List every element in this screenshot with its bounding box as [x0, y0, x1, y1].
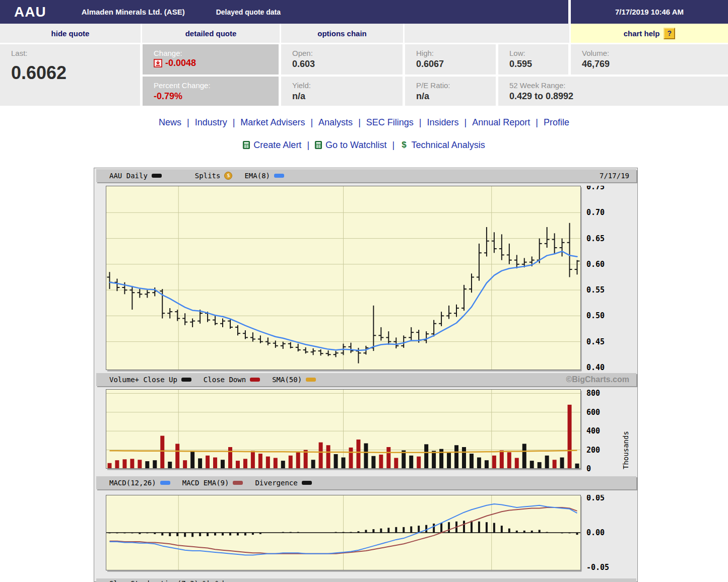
watchlist-grid-icon [315, 141, 322, 149]
svg-text:800: 800 [586, 389, 600, 398]
divergence-label: Divergence [255, 479, 297, 487]
volume-chart: 8006004002000 [106, 389, 630, 474]
last-value: 0.6062 [0, 57, 140, 84]
macd-legend: MACD(12,26) MACD EMA(9) Divergence [96, 476, 636, 489]
change-value: -0.0048 [165, 58, 196, 68]
company-name: Almaden Minerals Ltd. (ASE) [82, 8, 185, 16]
svg-text:0.55: 0.55 [586, 285, 605, 295]
technical-analysis-link[interactable]: $ Technical Analysis [400, 140, 485, 151]
svg-text:0: 0 [586, 464, 591, 473]
go-to-watchlist-link[interactable]: Go to Watchlist [315, 140, 386, 151]
quote-cell-change: Change: -0.0048 [143, 44, 279, 75]
chart-date: 7/17/19 [600, 172, 629, 180]
high-label: High: [405, 44, 496, 57]
pe-label: P/E Ratio: [405, 77, 496, 90]
ema-swatch-icon [274, 174, 284, 178]
alert-grid-icon [243, 141, 250, 149]
close-down-swatch-icon [250, 378, 260, 382]
ticker-symbol: AAU [14, 4, 46, 20]
nav-link-analysts[interactable]: Analysts [318, 117, 353, 128]
quote-cell-volume: Volume: 46,769 [571, 44, 728, 75]
high-value: 0.6067 [405, 57, 496, 69]
tab-options-chain[interactable]: options chain [281, 24, 403, 43]
pe-value: n/a [405, 90, 496, 102]
svg-text:0.00: 0.00 [586, 528, 605, 537]
macd-swatch-icon [160, 481, 170, 485]
create-alert-link[interactable]: Create Alert [243, 140, 301, 151]
open-value: 0.603 [281, 57, 403, 69]
volume-legend: Volume+ Close Up Close Down SMA(50) ©Big… [96, 373, 636, 386]
svg-text:0.65: 0.65 [586, 234, 605, 243]
svg-text:0.75: 0.75 [586, 186, 605, 191]
delayed-quote-note: Delayed quote data [216, 8, 281, 16]
macd-ema-label: MACD EMA(9) [182, 479, 229, 487]
macd-label: MACD(12,26) [109, 479, 156, 487]
datetime-bar: 7/17/2019 10:46 AM [571, 0, 728, 24]
yield-value: n/a [281, 90, 403, 102]
nav-link-news[interactable]: News [159, 117, 181, 128]
tab-chart-help[interactable]: chart help ? [571, 24, 728, 43]
nav-links-row: News| Industry| Market Advisers| Analyst… [0, 114, 728, 130]
quote-cell-low: Low: 0.595 [498, 44, 568, 75]
chart-block: AAU Daily Splits S EMA(8) 7/17/19 0.750.… [94, 168, 638, 582]
tab-spacer [405, 24, 569, 43]
quote-cell-pe: P/E Ratio: n/a [405, 77, 496, 106]
pct-change-label: Percent Change: [143, 77, 279, 90]
svg-text:600: 600 [586, 408, 600, 417]
nav-link-profile[interactable]: Profile [544, 117, 569, 128]
last-label: Last: [0, 44, 140, 57]
svg-text:400: 400 [586, 426, 600, 435]
svg-text:0.05: 0.05 [586, 495, 605, 502]
bigcharts-quote-page: AAU Almaden Minerals Ltd. (ASE) Delayed … [0, 0, 728, 582]
price-series-swatch-icon [152, 174, 162, 178]
quote-cell-last: Last: 0.6062 [0, 44, 140, 106]
dollar-icon: $ [400, 140, 408, 150]
close-up-swatch-icon [181, 378, 191, 382]
bigcharts-watermark: ©BigCharts.com [566, 375, 629, 384]
svg-text:0.40: 0.40 [586, 363, 605, 372]
quote-cell-pct-change: Percent Change: -0.79% [143, 77, 279, 106]
down-arrow-icon [154, 59, 162, 67]
svg-text:-0.05: -0.05 [586, 563, 609, 572]
action-links-row: Create Alert | Go to Watchlist | $ Techn… [0, 137, 728, 153]
quote-cell-open: Open: 0.603 [281, 44, 403, 75]
tab-detailed-quote[interactable]: detailed quote [142, 24, 280, 43]
low-value: 0.595 [498, 57, 568, 69]
splits-icon: S [224, 172, 232, 180]
ema-label: EMA(8) [244, 172, 270, 180]
macd-ema-swatch-icon [233, 481, 243, 485]
divergence-swatch-icon [302, 481, 312, 485]
nav-link-insiders[interactable]: Insiders [427, 117, 459, 128]
splits-label: Splits [195, 172, 221, 180]
price-series-label: AAU Daily [109, 172, 148, 180]
change-label: Change: [143, 44, 279, 57]
nav-link-sec-filings[interactable]: SEC Filings [366, 117, 414, 128]
price-chart: 0.750.700.650.600.550.500.450.40 [106, 186, 630, 372]
low-label: Low: [498, 44, 568, 57]
close-down-label: Close Down [204, 376, 246, 384]
quote-cell-high: High: 0.6067 [405, 44, 496, 75]
sma-label: SMA(50) [272, 376, 302, 384]
help-question-icon[interactable]: ? [664, 28, 675, 39]
volume-label: Volume: [571, 44, 728, 57]
svg-text:0.60: 0.60 [586, 260, 605, 269]
macd-chart: 0.050.00-0.05 [106, 495, 630, 572]
svg-text:0.70: 0.70 [586, 208, 605, 217]
range-value: 0.429 to 0.8992 [498, 90, 728, 102]
volume-value: 46,769 [571, 57, 728, 69]
quote-datetime: 7/17/2019 10:46 AM [615, 8, 684, 16]
header-bar: AAU Almaden Minerals Ltd. (ASE) Delayed … [0, 0, 568, 24]
clipped-bottom-legend: Slow Stochastic (7,3) %k %d [96, 578, 636, 582]
sma-swatch-icon [306, 378, 316, 382]
volume-axis-title: Thousands [622, 389, 630, 469]
tab-hide-quote[interactable]: hide quote [0, 24, 141, 43]
quote-cell-52wk-range: 52 Week Range: 0.429 to 0.8992 [498, 77, 728, 106]
nav-link-market-advisers[interactable]: Market Advisers [240, 117, 305, 128]
price-chart-legend: AAU Daily Splits S EMA(8) 7/17/19 [96, 169, 636, 182]
volume-up-label: Volume+ Close Up [109, 376, 177, 384]
svg-text:0.45: 0.45 [586, 337, 605, 346]
nav-link-annual-report[interactable]: Annual Report [472, 117, 530, 128]
svg-text:0.50: 0.50 [586, 311, 605, 320]
pct-change-value: -0.79% [154, 91, 182, 102]
nav-link-industry[interactable]: Industry [195, 117, 227, 128]
